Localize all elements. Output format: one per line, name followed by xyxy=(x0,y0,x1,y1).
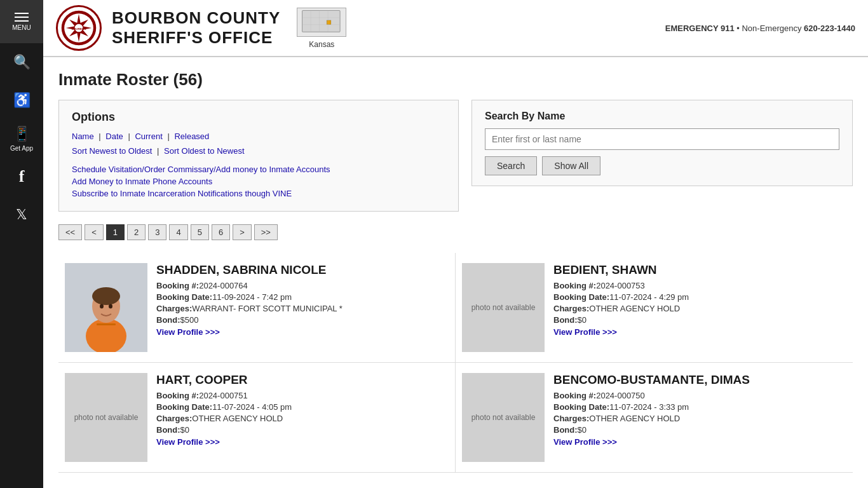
svg-point-16 xyxy=(100,304,104,309)
photo-not-available-text: photo not available xyxy=(471,413,536,422)
sheriff-logo: BOURBON xyxy=(56,5,102,51)
search-button-submit[interactable]: Search xyxy=(485,156,537,175)
inmate-info: SHADDEN, SABRINA NICOLE Booking #:2024-0… xyxy=(156,263,449,337)
sort-newest-link[interactable]: Sort Newest to Oldest xyxy=(72,146,152,156)
pagination-first[interactable]: << xyxy=(58,224,82,240)
inmate-booking-number: Booking #:2024-000764 xyxy=(156,281,449,290)
header-title: BOURBON COUNTY SHERIFF'S OFFICE xyxy=(112,8,280,48)
inmate-charges: Charges:OTHER AGENCY HOLD xyxy=(156,414,449,423)
filter-released-link[interactable]: Released xyxy=(174,132,209,141)
inmate-name: BENCOMO-BUSTAMANTE, DIMAS xyxy=(553,373,846,387)
pagination-page-3[interactable]: 3 xyxy=(148,224,166,240)
inmate-booking-number: Booking #:2024-000751 xyxy=(156,391,449,400)
pagination-prev[interactable]: < xyxy=(85,224,104,240)
search-box: Search By Name Search Show All xyxy=(471,100,853,186)
inmate-grid: SHADDEN, SABRINA NICOLE Booking #:2024-0… xyxy=(58,253,853,473)
show-all-button[interactable]: Show All xyxy=(542,156,600,175)
inmate-charges: Charges:OTHER AGENCY HOLD xyxy=(553,304,846,313)
pagination-next[interactable]: > xyxy=(233,224,252,240)
pagination-page-4[interactable]: 4 xyxy=(169,224,187,240)
inmate-charges: Charges:OTHER AGENCY HOLD xyxy=(553,414,846,423)
filter-links: Name | Date | Current | Released xyxy=(72,132,445,141)
sep4: | xyxy=(157,146,161,156)
inmate-booking-date: Booking Date:11-07-2024 - 4:29 pm xyxy=(553,292,846,302)
inmate-info: BENCOMO-BUSTAMANTE, DIMAS Booking #:2024… xyxy=(553,373,846,447)
inmate-photo xyxy=(65,263,147,352)
title-line1: BOURBON COUNTY xyxy=(112,8,280,28)
search-input[interactable] xyxy=(485,128,839,150)
view-profile-link-3[interactable]: View Profile >>> xyxy=(156,437,220,447)
kansas-map-svg xyxy=(297,8,346,37)
sort-oldest-link[interactable]: Sort Oldest to Newest xyxy=(164,146,244,156)
add-money-phone-link[interactable]: Add Money to Inmate Phone Accounts xyxy=(72,177,445,186)
svg-rect-5 xyxy=(302,10,341,32)
inmate-booking-number: Booking #:2024-000750 xyxy=(553,391,846,400)
inmate-booking-date: Booking Date:11-07-2024 - 3:33 pm xyxy=(553,402,846,412)
twitter-icon: 𝕏 xyxy=(16,207,27,223)
non-emergency-label: Non-Emergency xyxy=(742,24,801,33)
pagination: << < 1 2 3 4 5 6 > >> xyxy=(58,224,853,240)
inmate-booking-number: Booking #:2024-000753 xyxy=(553,281,846,290)
filter-name-link[interactable]: Name xyxy=(72,132,94,141)
filter-current-link[interactable]: Current xyxy=(135,132,162,141)
kansas-map-container: Kansas xyxy=(297,8,346,49)
inmate-card: photo not available HART, COOPER Booking… xyxy=(58,363,456,473)
vine-link[interactable]: Subscribe to Inmate Incarceration Notifi… xyxy=(72,189,445,198)
inmate-bond: Bond:$0 xyxy=(156,425,449,435)
svg-point-17 xyxy=(109,304,112,309)
svg-text:BOURBON: BOURBON xyxy=(72,28,86,31)
inmate-bond: Bond:$500 xyxy=(156,315,449,325)
pagination-page-1[interactable]: 1 xyxy=(106,224,125,240)
svg-rect-18 xyxy=(97,323,116,325)
menu-label: MENU xyxy=(12,24,31,31)
options-title: Options xyxy=(72,111,445,124)
photo-not-available-text: photo not available xyxy=(471,303,536,312)
sep2: | xyxy=(128,132,132,141)
emergency-label: EMERGENCY 911 xyxy=(665,24,735,33)
inmate-booking-date: Booking Date:11-07-2024 - 4:05 pm xyxy=(156,402,449,412)
header: BOURBON BOURBON COUNTY SHERIFF'S OFFICE … xyxy=(43,0,868,57)
options-search-row: Options Name | Date | Current | Released… xyxy=(58,100,853,212)
sep1: | xyxy=(98,132,103,141)
main-content: Inmate Roster (56) Options Name | Date |… xyxy=(43,57,868,485)
inmate-info: HART, COOPER Booking #:2024-000751 Booki… xyxy=(156,373,449,447)
view-profile-link-2[interactable]: View Profile >>> xyxy=(553,327,617,337)
hamburger-icon xyxy=(15,13,29,22)
inmate-card: photo not available BEDIENT, SHAWN Booki… xyxy=(456,253,853,363)
pagination-page-6[interactable]: 6 xyxy=(212,224,230,240)
pagination-page-2[interactable]: 2 xyxy=(127,224,146,240)
inmate-card: SHADDEN, SABRINA NICOLE Booking #:2024-0… xyxy=(58,253,456,363)
inmate-name: HART, COOPER xyxy=(156,373,449,387)
getapp-button[interactable]: 📱 Get App xyxy=(0,119,43,158)
separator: • xyxy=(736,24,740,33)
facebook-button[interactable]: f xyxy=(0,158,43,196)
filter-date-link[interactable]: Date xyxy=(105,132,123,141)
inmate-photo-unavailable: photo not available xyxy=(65,373,147,462)
menu-button[interactable]: MENU xyxy=(0,0,43,43)
pagination-last[interactable]: >> xyxy=(254,224,278,240)
emergency-info: EMERGENCY 911 • Non-Emergency 620-223-14… xyxy=(665,24,855,33)
sep3: | xyxy=(167,132,172,141)
sort-links: Sort Newest to Oldest | Sort Oldest to N… xyxy=(72,146,445,156)
search-button[interactable]: 🔍 xyxy=(0,43,43,81)
view-profile-link-1[interactable]: View Profile >>> xyxy=(156,327,220,337)
options-box: Options Name | Date | Current | Released… xyxy=(58,100,459,212)
svg-point-15 xyxy=(92,287,120,305)
non-emergency-number: 620-223-1440 xyxy=(804,24,855,33)
getapp-label: Get App xyxy=(10,145,33,152)
extra-links: Schedule Visitation/Order Commissary/Add… xyxy=(72,165,445,198)
accessibility-button[interactable]: ♿ xyxy=(0,81,43,119)
state-label: Kansas xyxy=(297,40,346,49)
inmate-name: SHADDEN, SABRINA NICOLE xyxy=(156,263,449,277)
view-profile-link-4[interactable]: View Profile >>> xyxy=(553,437,617,447)
inmate-booking-date: Booking Date:11-09-2024 - 7:42 pm xyxy=(156,292,449,302)
header-left: BOURBON BOURBON COUNTY SHERIFF'S OFFICE … xyxy=(56,5,346,51)
inmate-name: BEDIENT, SHAWN xyxy=(553,263,846,277)
schedule-visitation-link[interactable]: Schedule Visitation/Order Commissary/Add… xyxy=(72,165,445,174)
inmate-photo-unavailable: photo not available xyxy=(462,263,545,352)
inmate-info: BEDIENT, SHAWN Booking #:2024-000753 Boo… xyxy=(553,263,846,337)
pagination-page-5[interactable]: 5 xyxy=(191,224,209,240)
inmate-photo-unavailable: photo not available xyxy=(462,373,545,462)
inmate-charges: Charges:WARRANT- FORT SCOTT MUNICIPAL * xyxy=(156,304,449,313)
twitter-button[interactable]: 𝕏 xyxy=(0,196,43,234)
